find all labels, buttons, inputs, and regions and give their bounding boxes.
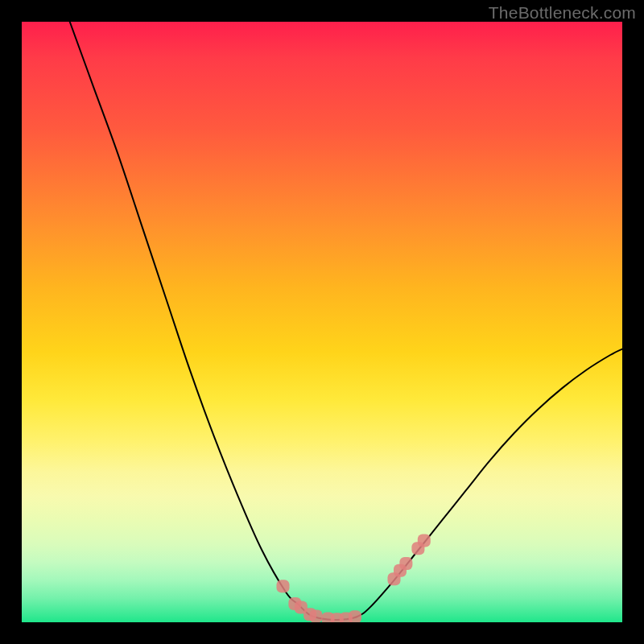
curve-marker [310,610,323,623]
chart-frame: TheBottleneck.com [0,0,644,644]
curve-marker [418,535,431,547]
plot-area [22,22,622,622]
curve-marker [399,557,412,570]
curve-marker [277,580,290,592]
watermark-text: TheBottleneck.com [489,3,636,23]
curve-marker [349,610,361,622]
curve-markers [277,535,431,623]
bottleneck-curve [70,22,622,620]
curve-layer [22,22,622,622]
